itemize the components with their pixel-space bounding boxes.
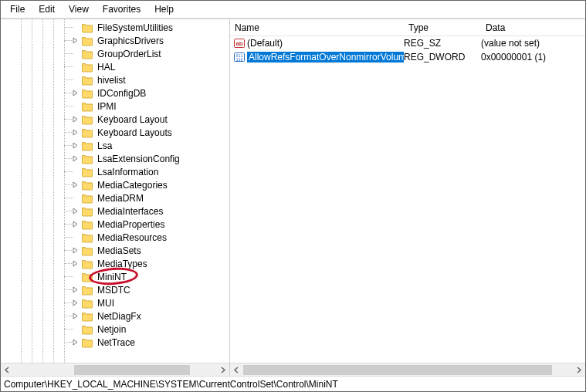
value-row[interactable]: ab(Default)REG_SZ(value not set) <box>230 36 585 50</box>
folder-icon <box>81 205 93 218</box>
tree-item[interactable]: NetTrace <box>1 336 229 349</box>
regedit-window: File Edit View Favorites Help FileSystem… <box>0 0 586 392</box>
tree-guide-stub <box>64 93 73 93</box>
folder-icon <box>81 87 93 100</box>
tree-item[interactable]: MediaTypes <box>1 257 229 270</box>
folder-icon <box>81 310 93 323</box>
tree-item[interactable]: MediaDRM <box>1 191 229 204</box>
tree-item[interactable]: MediaProperties <box>1 218 229 231</box>
scroll-thumb[interactable] <box>74 365 190 375</box>
tree-item[interactable]: IPMI <box>1 100 229 113</box>
column-header-name[interactable]: Name <box>230 20 404 35</box>
folder-icon <box>81 245 93 257</box>
tree-item[interactable]: MediaInterfaces <box>1 204 229 218</box>
tree-item[interactable]: Lsa <box>1 139 229 152</box>
scroll-right-arrow-icon[interactable] <box>216 363 229 377</box>
tree-item-label: MediaTypes <box>96 259 149 269</box>
tree-guide-stub <box>64 237 73 238</box>
column-header-type[interactable]: Type <box>404 20 481 35</box>
tree-item[interactable]: MediaSets <box>1 244 229 257</box>
tree-item-label: IDConfigDB <box>96 88 147 99</box>
tree-item-label: Netjoin <box>96 324 127 335</box>
tree-item-label: Lsa <box>96 140 113 151</box>
tree-item-label: MediaDRM <box>96 193 145 204</box>
tree-guide-stub <box>64 40 73 41</box>
tree-item[interactable]: FileSystemUtilities <box>1 21 229 34</box>
tree-guide-stub <box>64 289 73 290</box>
scroll-left-arrow-icon[interactable] <box>230 363 243 377</box>
folder-icon <box>81 258 93 270</box>
tree-item[interactable]: MediaCategories <box>1 178 229 191</box>
values-list[interactable]: ab(Default)REG_SZ(value not set)011110Al… <box>230 36 585 363</box>
tree-item[interactable]: Keyboard Layout <box>1 113 229 126</box>
tree-item[interactable]: GroupOrderList <box>1 47 229 60</box>
scroll-track[interactable] <box>243 363 572 376</box>
folder-icon <box>81 22 93 34</box>
tree-item-label: FileSystemUtilities <box>96 22 174 33</box>
tree-item[interactable]: IDConfigDB <box>1 86 229 100</box>
scroll-left-arrow-icon[interactable] <box>1 363 14 377</box>
tree-guide-stub <box>64 171 73 172</box>
menu-file[interactable]: File <box>3 2 32 16</box>
scroll-track[interactable] <box>14 363 216 376</box>
scroll-right-arrow-icon[interactable] <box>572 363 585 377</box>
tree-item-label: MSDTC <box>96 285 132 296</box>
tree-item[interactable]: LsaInformation <box>1 165 229 178</box>
value-row[interactable]: 011110AllowRefsFormatOverNonmirrorVolume… <box>230 50 585 64</box>
menu-edit[interactable]: Edit <box>32 2 62 16</box>
tree-item-label: NetTrace <box>96 337 137 348</box>
tree-item[interactable]: MediaResources <box>1 231 229 244</box>
menu-favorites[interactable]: Favorites <box>96 2 147 16</box>
tree-guide-stub <box>64 329 73 329</box>
tree-guide-stub <box>64 316 73 316</box>
tree-item-label: MediaResources <box>96 232 168 243</box>
string-value-icon: ab <box>233 37 246 49</box>
menu-help[interactable]: Help <box>147 2 181 16</box>
tree-item[interactable]: MiniNT <box>1 270 229 283</box>
tree-guide-stub <box>64 184 73 185</box>
tree-item[interactable]: HAL <box>1 60 229 73</box>
tree-item-label: Keyboard Layout <box>96 114 169 125</box>
statusbar-path: Computer\HKEY_LOCAL_MACHINE\SYSTEM\Curre… <box>4 379 338 390</box>
tree-item-label: MiniNT <box>96 272 128 282</box>
tree-item-label: hivelist <box>96 75 127 86</box>
tree-item[interactable]: LsaExtensionConfig <box>1 152 229 165</box>
value-type: REG_SZ <box>404 38 481 49</box>
tree-item[interactable]: MUI <box>1 296 229 309</box>
tree-guide-stub <box>64 132 73 133</box>
tree-item-label: IPMI <box>96 101 118 112</box>
tree-item[interactable]: MSDTC <box>1 283 229 296</box>
tree-item-label: MediaInterfaces <box>96 206 164 217</box>
tree-item[interactable]: GraphicsDrivers <box>1 34 229 47</box>
tree-guide-stub <box>64 66 73 67</box>
tree-guide-stub <box>64 250 73 251</box>
menu-view[interactable]: View <box>62 2 96 16</box>
binary-value-icon: 011110 <box>233 51 246 63</box>
split-panes: FileSystemUtilitiesGraphicsDriversGroupO… <box>1 19 585 376</box>
folder-icon <box>81 323 93 336</box>
tree-item[interactable]: Keyboard Layouts <box>1 126 229 139</box>
tree-guide-stub <box>64 27 73 28</box>
column-header-data[interactable]: Data <box>481 20 585 35</box>
tree-item-label: MediaProperties <box>96 219 166 230</box>
folder-icon <box>81 284 93 296</box>
tree-item-label: GroupOrderList <box>96 49 163 59</box>
folder-icon <box>81 113 93 126</box>
folder-icon <box>81 140 93 152</box>
tree-item[interactable]: hivelist <box>1 73 229 86</box>
tree-scroll-area[interactable]: FileSystemUtilitiesGraphicsDriversGroupO… <box>1 19 229 363</box>
folder-icon <box>81 179 93 191</box>
tree-guide-stub <box>64 158 73 159</box>
menubar: File Edit View Favorites Help <box>1 1 585 19</box>
folder-icon <box>81 35 93 47</box>
scroll-thumb[interactable] <box>243 365 552 375</box>
value-name: (Default) <box>247 38 404 49</box>
tree-hscrollbar[interactable] <box>1 363 229 376</box>
tree-item-label: MediaCategories <box>96 180 169 191</box>
tree-item[interactable]: NetDiagFx <box>1 309 229 323</box>
folder-icon <box>81 218 93 231</box>
tree-item[interactable]: Netjoin <box>1 323 229 336</box>
tree-pane: FileSystemUtilitiesGraphicsDriversGroupO… <box>1 19 230 376</box>
tree-guide-stub <box>64 119 73 120</box>
values-hscrollbar[interactable] <box>230 363 585 376</box>
